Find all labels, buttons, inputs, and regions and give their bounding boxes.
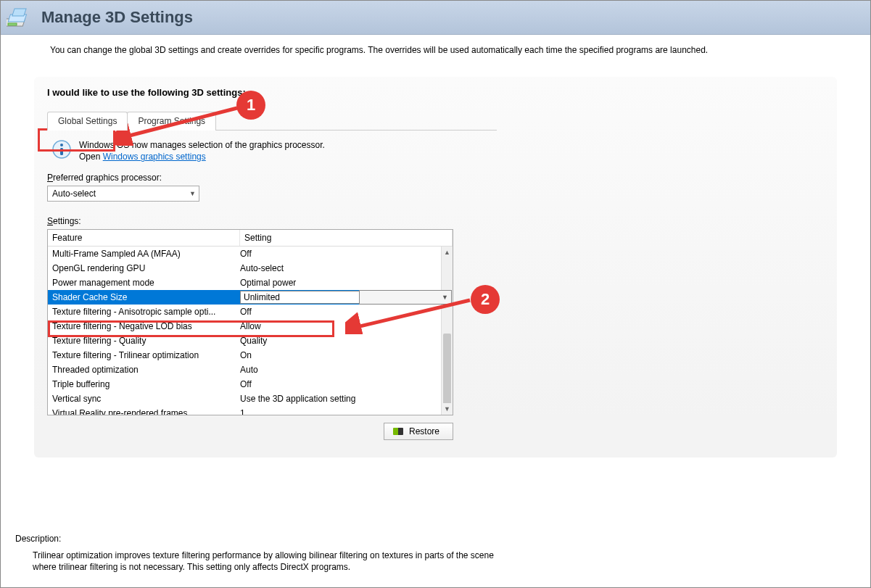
tab-program-settings[interactable]: Program Settings bbox=[127, 112, 216, 131]
scroll-thumb[interactable] bbox=[443, 334, 451, 413]
row-feature: Triple buffering bbox=[52, 378, 240, 391]
table-row[interactable]: Multi-Frame Sampled AA (MFAA)Off bbox=[48, 247, 453, 261]
row-feature: Threaded optimization bbox=[52, 363, 240, 376]
svg-rect-2 bbox=[12, 9, 26, 16]
restore-label: Restore bbox=[409, 426, 439, 436]
content-area: You can change the global 3D settings an… bbox=[1, 35, 870, 465]
row-setting: Off bbox=[240, 305, 448, 318]
svg-rect-3 bbox=[8, 23, 17, 25]
row-feature: Power management mode bbox=[52, 276, 240, 289]
restore-row: Restore bbox=[47, 423, 453, 440]
settings-table-body: Multi-Frame Sampled AA (MFAA)OffOpenGL r… bbox=[48, 247, 453, 415]
info-row: Windows OS now manages selection of the … bbox=[51, 139, 824, 162]
intro-text: You can change the global 3D settings an… bbox=[50, 45, 856, 55]
column-setting[interactable]: Setting bbox=[240, 230, 453, 246]
row-setting: Allow bbox=[240, 320, 448, 333]
row-feature: Texture filtering - Anisotropic sample o… bbox=[52, 305, 240, 318]
table-row[interactable]: Power management modeOptimal power bbox=[48, 276, 453, 290]
settings-table: Feature Setting Multi-Frame Sampled AA (… bbox=[47, 229, 453, 415]
chevron-down-icon: ▼ bbox=[189, 190, 196, 197]
svg-rect-6 bbox=[60, 148, 63, 155]
page-title: Manage 3D Settings bbox=[41, 8, 193, 27]
table-row[interactable]: OpenGL rendering GPUAuto-select bbox=[48, 261, 453, 276]
preferred-gpu-value: Auto-select bbox=[52, 189, 96, 199]
row-setting: Quality bbox=[240, 334, 448, 347]
windows-graphics-settings-link[interactable]: Windows graphics settings bbox=[103, 152, 206, 162]
row-feature: OpenGL rendering GPU bbox=[52, 262, 240, 275]
row-setting: 1 bbox=[240, 407, 448, 415]
row-feature: Texture filtering - Trilinear optimizati… bbox=[52, 349, 240, 362]
description-section: Description: Trilinear optimization impr… bbox=[15, 534, 856, 573]
table-row[interactable]: Texture filtering - QualityQuality bbox=[48, 334, 453, 348]
tabs: Global Settings Program Settings bbox=[47, 111, 497, 131]
nvidia-logo-icon bbox=[393, 428, 403, 435]
row-setting: Auto-select bbox=[240, 262, 448, 275]
row-setting: Use the 3D application setting bbox=[240, 392, 448, 405]
table-row[interactable]: Threaded optimizationAuto bbox=[48, 363, 453, 377]
settings-table-header: Feature Setting bbox=[48, 230, 453, 247]
row-feature: Texture filtering - Quality bbox=[52, 334, 240, 347]
preferred-gpu-dropdown[interactable]: Auto-select ▼ bbox=[47, 186, 199, 202]
svg-point-5 bbox=[60, 144, 63, 146]
restore-button[interactable]: Restore bbox=[384, 423, 453, 440]
table-row[interactable]: Vertical syncUse the 3D application sett… bbox=[48, 392, 453, 406]
row-feature: Shader Cache Size bbox=[52, 291, 240, 304]
row-feature: Texture filtering - Negative LOD bias bbox=[52, 320, 240, 333]
scrollbar[interactable]: ▲ ▼ bbox=[441, 247, 453, 415]
row-feature: Vertical sync bbox=[52, 392, 240, 405]
scroll-up-button[interactable]: ▲ bbox=[442, 247, 453, 258]
table-row[interactable]: Texture filtering - Negative LOD biasAll… bbox=[48, 319, 453, 334]
tab-global-settings[interactable]: Global Settings bbox=[47, 112, 128, 131]
setting-value-dropdown[interactable]: ▼ bbox=[359, 290, 452, 305]
info-line1: Windows OS now manages selection of the … bbox=[79, 140, 325, 150]
row-setting: Off bbox=[240, 378, 448, 391]
preferred-gpu-label-text: referred graphics processor: bbox=[53, 173, 162, 183]
row-setting: Off bbox=[240, 247, 448, 260]
nvidia-control-panel-window: Manage 3D Settings You can change the gl… bbox=[0, 0, 871, 588]
titlebar: Manage 3D Settings bbox=[1, 1, 870, 35]
row-setting: On bbox=[240, 349, 448, 362]
info-line2-prefix: Open bbox=[79, 152, 103, 162]
table-row[interactable]: Triple bufferingOff bbox=[48, 377, 453, 392]
row-setting: Auto bbox=[240, 363, 448, 376]
row-feature: Virtual Reality pre-rendered frames bbox=[52, 407, 240, 415]
table-row[interactable]: Texture filtering - Trilinear optimizati… bbox=[48, 348, 453, 363]
preferred-gpu-label: Preferred graphics processor: bbox=[47, 173, 824, 183]
column-feature[interactable]: Feature bbox=[48, 230, 240, 246]
info-text: Windows OS now manages selection of the … bbox=[79, 139, 325, 162]
scroll-down-button[interactable]: ▼ bbox=[442, 403, 453, 415]
info-icon bbox=[51, 139, 72, 160]
section-heading: I would like to use the following 3D set… bbox=[47, 87, 824, 98]
row-feature: Multi-Frame Sampled AA (MFAA) bbox=[52, 247, 240, 260]
nvidia-3d-icon bbox=[7, 4, 33, 30]
row-setting: Optimal power bbox=[240, 276, 448, 289]
table-row[interactable]: Texture filtering - Anisotropic sample o… bbox=[48, 305, 453, 319]
description-text: Trilinear optimization improves texture … bbox=[33, 550, 511, 573]
description-label: Description: bbox=[15, 534, 856, 544]
settings-section: I would like to use the following 3D set… bbox=[34, 77, 837, 457]
table-row[interactable]: Virtual Reality pre-rendered frames1 bbox=[48, 406, 453, 415]
settings-label: Settings: bbox=[47, 216, 824, 226]
